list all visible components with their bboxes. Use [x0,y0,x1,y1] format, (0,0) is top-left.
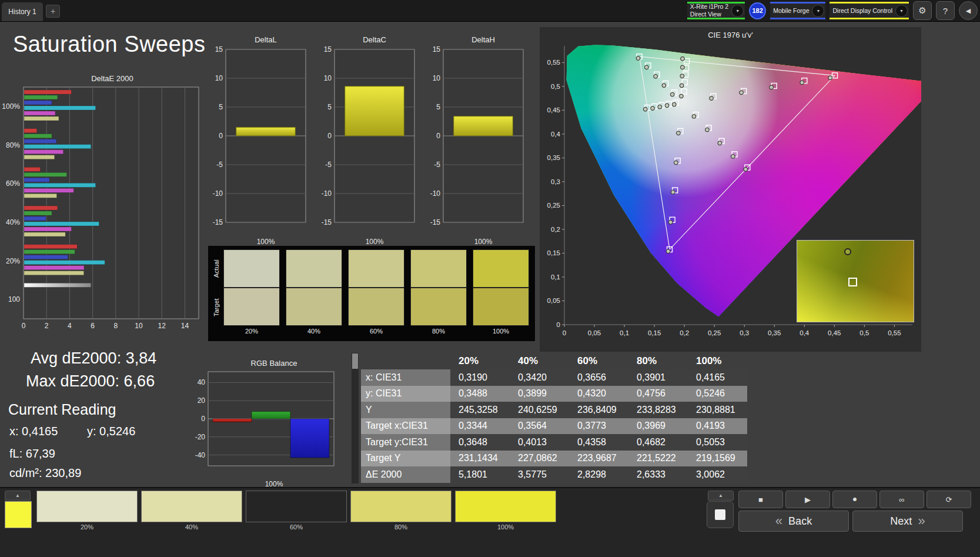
patch-swatch[interactable] [350,491,451,522]
help-button[interactable]: ? [936,1,955,20]
patch-swatch[interactable] [246,491,347,522]
record-icon: ⏺ [853,495,857,504]
chevrons-right-icon: » [918,515,925,528]
target-swatch-60% [348,288,404,326]
table-header-cell: 20% [450,353,510,369]
svg-text:0,05: 0,05 [547,297,560,304]
table-cell: 221,5222 [628,451,688,467]
table-header-cell: 40% [510,353,569,369]
svg-text:0,55: 0,55 [888,329,901,336]
patch-swatch[interactable] [141,491,242,522]
deltal-chart: 151050-5-10-15 [207,46,308,238]
actual-swatch-60% [348,249,404,288]
source-selector-label: Mobile Forge [773,7,809,15]
table-row-6: Target Y231,1434227,0862223,9687221,5222… [361,451,748,467]
swatch-column-100%: 100% [473,249,529,340]
svg-text:0,45: 0,45 [547,106,560,114]
deltae2000-chart: 02468101214100%80%60%40%20%100 [2,85,201,336]
scrollbar-thumb[interactable] [352,353,358,369]
refresh-button[interactable]: ⟳ [927,491,971,508]
patch-swatch[interactable] [455,491,556,522]
rgb-balance-title: RGB Balance [187,359,341,369]
table-cell: 236,8409 [569,402,628,418]
table-cell: 2,8298 [569,466,628,483]
patch-label: 60% [246,522,347,533]
back-button[interactable]: « Back [738,511,849,532]
svg-text:8: 8 [113,322,118,330]
svg-text:0,25: 0,25 [708,329,721,336]
table-cell: 219,1569 [688,451,747,467]
patch-button-80%[interactable]: 80% [350,491,451,533]
actual-swatch-20% [223,249,280,288]
svg-text:0,5: 0,5 [551,83,560,90]
svg-text:6: 6 [91,322,95,330]
table-cell: 227,0862 [510,451,569,467]
meter-selector-dropdown[interactable]: X-Rite i1Pro 2 Direct View ▼ [687,2,745,19]
patch-button-20%[interactable]: 20% [36,491,138,533]
svg-text:-10: -10 [430,189,441,198]
chevron-down-icon[interactable]: ▼ [812,5,824,17]
current-y-value: y: 0,5246 [87,425,135,438]
patch-button-60%[interactable]: 60% [246,491,347,533]
swatch-column-label: 40% [286,326,342,338]
svg-text:2: 2 [45,322,49,330]
svg-text:14: 14 [181,322,189,330]
actual-swatch-40% [286,249,342,288]
collapse-panel-button[interactable]: ◀ [959,1,978,20]
meter-selector-label: X-Rite i1Pro 2 Direct View [690,3,728,18]
table-cell: 0,3488 [450,386,510,402]
next-button[interactable]: Next » [852,511,963,532]
svg-text:0,35: 0,35 [768,329,781,336]
tab-label: History 1 [8,8,36,16]
table-header-cell [361,353,450,369]
svg-text:0: 0 [327,132,332,140]
current-fl-value: fL: 67,39 [9,447,55,461]
display-control-dropdown[interactable]: Direct Display Control ▼ [830,2,909,19]
continuous-button[interactable]: ∞ [879,491,924,508]
chevron-down-icon[interactable]: ▼ [895,5,908,17]
rgb-balance-svg: 40200-20-40 [187,369,341,478]
measurement-table: 20%40%60%80%100%x: CIE310,31900,34200,36… [361,353,748,483]
patch-button-100%[interactable]: 100% [455,491,556,533]
patch-button-40%[interactable]: 40% [141,491,242,533]
deltah-box-svg: 151050-5-10-15 [424,46,526,235]
svg-text:-10: -10 [213,189,223,198]
table-row-3: Y245,3258240,6259236,8409233,8283230,888… [361,402,748,418]
table-row-5: Target y:CIE310,36480,40130,43580,46820,… [361,434,748,451]
eject-right-button[interactable]: ▲ [708,491,734,501]
patch-label: 20% [36,522,138,533]
table-scrollbar[interactable] [352,353,359,483]
add-tab-button[interactable]: + [46,5,60,18]
svg-text:0,05: 0,05 [588,329,601,336]
chevron-down-icon[interactable]: ▼ [731,5,744,17]
eject-left-button[interactable]: ▲ [5,491,31,501]
play-button[interactable]: ▶ [785,491,830,508]
target-swatch-20% [223,288,280,326]
patch-swatch[interactable] [36,491,138,522]
table-cell: 3,0062 [688,466,747,483]
table-row-label: x: CIE31 [361,369,450,386]
deltae2000-chart-panel: DeltaE 2000 02468101214100%80%60%40%20%1… [2,74,201,336]
play-icon: ▶ [805,495,811,504]
tab-history-1[interactable]: History 1 [2,2,43,21]
svg-text:0: 0 [557,321,560,328]
record-button[interactable]: ⏺ [832,491,877,508]
svg-text:10: 10 [324,74,332,82]
source-selector-dropdown[interactable]: Mobile Forge ▼ [770,2,825,19]
swatch-column-20%: 20% [223,249,280,340]
target-marker [848,278,857,286]
settings-button[interactable]: ⚙ [913,1,932,20]
table-cell: 231,1434 [450,451,510,467]
svg-text:-5: -5 [216,161,223,169]
svg-text:15: 15 [324,46,332,54]
stop-button[interactable]: ■ [738,491,783,508]
table-cell: 0,4358 [569,434,628,451]
svg-text:0,2: 0,2 [551,226,560,233]
patch-window-button[interactable] [707,501,734,528]
svg-text:0: 0 [201,415,205,423]
table-cell: 0,3648 [450,434,510,451]
svg-text:80%: 80% [6,141,20,149]
svg-text:0,2: 0,2 [680,329,689,336]
table-row-1: x: CIE310,31900,34200,36560,39010,4165 [361,369,748,386]
top-bar: History 1 + X-Rite i1Pro 2 Direct View ▼… [0,0,980,22]
